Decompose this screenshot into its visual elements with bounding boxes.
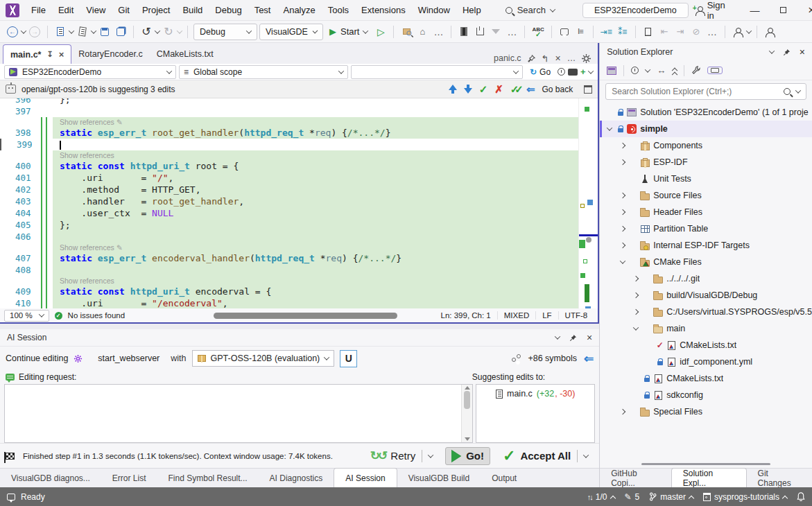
tree-item-header-files[interactable]: Header Files [600,204,812,220]
tree-item-solution-esp32encoderdemo-1-of-1-proje[interactable]: Solution 'ESP32EncoderDemo' (1 of 1 proj… [600,104,812,121]
menu-help[interactable]: Help [456,2,487,18]
code-line-401[interactable]: 401 .uri = "/", [0,172,578,184]
prev-bookmark-button[interactable]: ⇤ [657,24,671,40]
codelens-text[interactable]: Show references [53,276,578,286]
panel-tab-error-list[interactable]: Error List [101,469,157,487]
tree-item-esp-idf[interactable]: ESP-IDF [600,154,812,171]
tree-item-idf-component-yml[interactable]: idf_component.yml [600,354,812,370]
codelens-row[interactable]: Show references [0,276,578,286]
visualgdb-profile-dropdown[interactable]: VisualGDE [259,24,323,40]
branch-button[interactable]: master [649,492,693,502]
line-endings-label[interactable]: MIXED [497,311,535,320]
expander-collapsed-icon[interactable] [633,309,639,315]
code-line-409[interactable]: 409static const httpd_uri_t encoderval =… [0,286,578,297]
previous-edit-arrow-button[interactable] [449,85,457,94]
codelens-row[interactable]: Show references [0,150,578,160]
expander-collapsed-icon[interactable] [620,243,625,248]
minimize-button[interactable]: — [742,1,768,20]
expander-collapsed-icon[interactable] [620,143,625,148]
project-dropdown[interactable]: ESP32EncoderDemo [4,65,176,79]
tab-close-icon[interactable]: × [59,49,64,60]
bookmark-button[interactable] [641,24,655,40]
save-all-button[interactable] [114,24,128,40]
add-watch-icon[interactable]: + [580,67,586,77]
retry-button[interactable]: ↻↺ Retry [365,446,438,465]
menu-debug[interactable]: Debug [209,2,248,18]
find-in-files-button[interactable] [399,24,413,40]
editing-request-box[interactable] [4,384,473,443]
bookmark-overflow-button[interactable]: … [705,24,719,40]
explorer-chevron-icon[interactable] [769,48,775,53]
pending-edits-button[interactable]: ✎5 [625,492,640,502]
tree-item-unit-tests[interactable]: Unit Tests [600,171,812,187]
explorer-horizontal-scrollbar[interactable] [641,463,770,465]
expander-expanded-icon[interactable] [620,258,625,263]
code-line-399[interactable]: 399 [0,139,578,150]
suggested-file-row[interactable]: main.c (+32 , -30) [482,389,589,399]
add-chevron-icon[interactable] [587,68,593,73]
go-back-arrow-icon[interactable]: ⇐ [526,83,535,96]
undo-button[interactable]: ↺ [139,24,153,40]
promote-preview-icon[interactable]: ↰ [542,53,549,64]
reject-edit-x-icon[interactable]: ✗ [494,83,503,96]
notifications-bell-icon[interactable] [797,492,805,501]
expander-collapsed-icon[interactable] [620,159,625,165]
explorer-tab-git-changes[interactable]: Git Changes [747,469,812,487]
code-line-410[interactable]: 410 .uri = "/encoderval", [0,297,578,308]
tab-pin-icon[interactable]: ↧ [46,50,53,59]
solution-window-button[interactable]: ⌂ [415,24,429,40]
panel-close-icon[interactable]: × [587,332,592,343]
code-editor[interactable]: 396};397Show references ✎398static esp_e… [0,98,598,308]
tree-item-source-files[interactable]: Source Files [600,187,812,204]
codelens-text[interactable]: Show references [53,150,578,160]
scroll-up-icon[interactable] [465,386,470,390]
tab-overflow-icon[interactable]: … [567,53,576,63]
code-line-403[interactable]: 403 .handler = root_get_handler, [0,195,578,207]
code-line-396[interactable]: 396}; [0,98,578,105]
expander-collapsed-icon[interactable] [620,209,625,215]
preview-close-icon[interactable]: × [555,53,561,64]
go-button[interactable]: ↻ Go [526,67,555,77]
explorer-tab-github-copi-[interactable]: GitHub Copi... [600,469,671,487]
navigate-back-chevron-icon[interactable] [21,28,26,33]
open-file-chevron-icon[interactable] [91,28,96,33]
accept-all-edits-icon[interactable]: ✓✓ [510,83,519,96]
panel-tab-output[interactable]: Output [481,469,528,487]
code-line-406[interactable]: 406 [0,231,578,243]
code-line-407[interactable]: 407static esp_err_t encoderval_handler(h… [0,252,578,264]
document-tab-main-c-[interactable]: main.c*↧× [3,44,71,64]
clear-bookmarks-button[interactable]: ⊘ [689,24,703,40]
filter-chevron-icon[interactable] [645,67,650,72]
accept-chevron-icon[interactable] [583,452,589,457]
menu-edit[interactable]: Edit [52,2,80,18]
panel-chevron-icon[interactable] [555,333,560,339]
menu-build[interactable]: Build [176,2,209,18]
panel-tab-ai-session[interactable]: AI Session [334,468,397,487]
explorer-pin-icon[interactable] [783,49,791,56]
menu-test[interactable]: Test [248,2,277,18]
solution-search-box[interactable] [605,83,806,100]
codelens-row[interactable]: Show references ✎ [0,117,578,127]
redo-button[interactable]: ↻ [162,24,175,40]
accept-edit-check-icon[interactable]: ✓ [479,83,488,96]
navigate-forward-button[interactable]: → [28,24,42,40]
sync-commits-button[interactable]: ↑↓1/0 [587,492,615,502]
new-file-chevron-icon[interactable] [69,28,74,33]
panel-pin-icon[interactable] [569,334,577,342]
expander-expanded-icon[interactable] [607,125,612,130]
flash-program-button[interactable] [473,24,487,40]
start-without-debugging-button[interactable]: ▷ [374,24,388,40]
accept-all-button[interactable]: ✓ Accept All [497,445,594,467]
code-line-405[interactable]: 405}; [0,219,578,231]
codelens-pencil-icon[interactable]: ✎ [116,243,123,252]
menu-extensions[interactable]: Extensions [355,2,412,18]
menu-git[interactable]: Git [112,2,136,18]
collapse-all-icon[interactable] [673,67,677,75]
scrollbar-thumb[interactable] [464,391,470,409]
filter-button[interactable] [489,24,503,40]
tree-item-c-users-virtual-sysprogs-esp-v5-5[interactable]: C:/Users/virtual.SYSPROGS/esp/v5.5 [600,304,812,320]
expander-collapsed-icon[interactable] [620,193,625,198]
explorer-close-icon[interactable]: × [800,46,805,58]
tree-item-special-files[interactable]: Special Files [600,403,812,420]
go-step-button[interactable]: Go! [445,447,490,465]
